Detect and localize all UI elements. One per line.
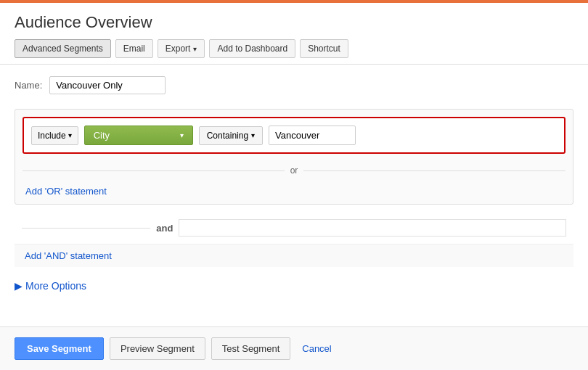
add-or-link[interactable]: Add 'OR' statement — [25, 186, 107, 197]
and-input-area — [179, 219, 566, 237]
name-row: Name: — [15, 76, 573, 94]
and-left-line — [22, 228, 150, 229]
city-value-input[interactable] — [269, 126, 356, 145]
add-or-row: Add 'OR' statement — [15, 180, 573, 204]
and-section: and Add 'AND' statement — [15, 212, 573, 267]
advanced-segments-button[interactable]: Advanced Segments — [15, 39, 111, 58]
page-title: Audience Overview — [15, 13, 573, 32]
save-segment-button[interactable]: Save Segment — [15, 337, 104, 360]
export-caret-icon: ▾ — [193, 45, 197, 53]
name-input[interactable] — [49, 76, 166, 94]
shortcut-button[interactable]: Shortcut — [300, 39, 348, 58]
add-and-link[interactable]: Add 'AND' statement — [25, 250, 112, 261]
containing-caret-icon: ▾ — [251, 131, 255, 139]
more-options-arrow-icon: ▶ — [15, 280, 23, 292]
include-caret-icon: ▾ — [68, 131, 72, 139]
city-dropdown[interactable]: City ▾ — [84, 126, 193, 145]
page-header: Audience Overview Advanced Segments Emai… — [0, 3, 588, 65]
or-label: or — [290, 165, 298, 176]
segment-row-highlight: Include ▾ City ▾ Containing ▾ — [23, 117, 565, 154]
city-dropdown-arrow-icon: ▾ — [180, 131, 184, 139]
include-button[interactable]: Include ▾ — [31, 126, 78, 145]
containing-button[interactable]: Containing ▾ — [199, 126, 263, 145]
footer-actions: Save Segment Preview Segment Test Segmen… — [0, 326, 588, 370]
add-and-row: Add 'AND' statement — [15, 244, 573, 267]
more-options: ▶ More Options — [15, 280, 573, 292]
toolbar: Advanced Segments Email Export ▾ Add to … — [15, 39, 573, 58]
add-to-dashboard-button[interactable]: Add to Dashboard — [209, 39, 295, 58]
cancel-button[interactable]: Cancel — [296, 338, 337, 359]
test-segment-button[interactable]: Test Segment — [211, 337, 291, 360]
preview-segment-button[interactable]: Preview Segment — [110, 337, 205, 360]
or-right-line — [303, 170, 565, 171]
email-button[interactable]: Email — [115, 39, 153, 58]
export-button[interactable]: Export ▾ — [158, 39, 205, 58]
or-left-line — [23, 170, 285, 171]
more-options-toggle[interactable]: ▶ More Options — [15, 280, 573, 292]
and-label: and — [156, 223, 173, 234]
content-area: Name: Include ▾ City ▾ Containing ▾ — [0, 65, 588, 315]
and-row: and — [15, 212, 573, 244]
segment-section: Include ▾ City ▾ Containing ▾ or — [15, 109, 573, 205]
name-label: Name: — [15, 80, 42, 91]
or-row: or — [15, 161, 573, 180]
